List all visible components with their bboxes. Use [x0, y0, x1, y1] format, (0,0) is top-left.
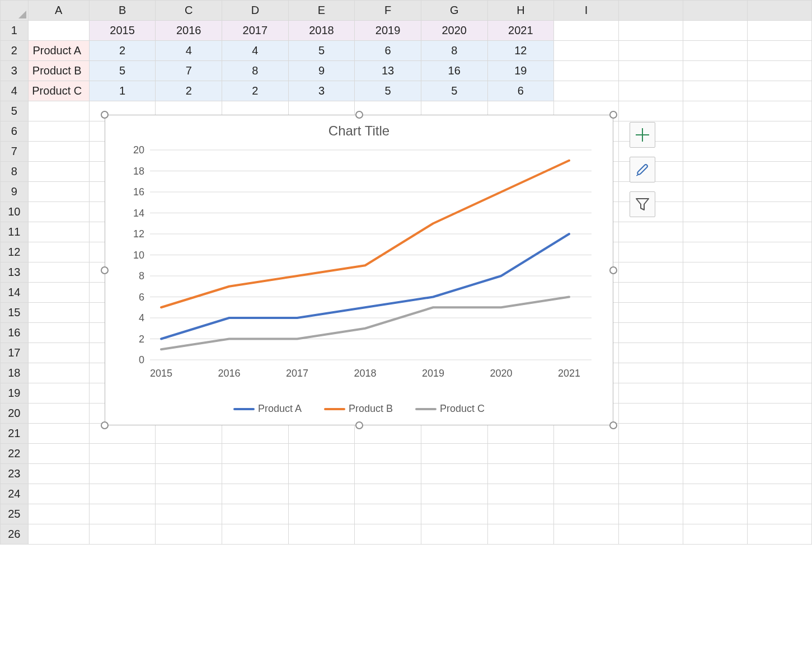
- cell-E1[interactable]: 2018: [288, 21, 355, 41]
- cell-blank[interactable]: [683, 101, 747, 121]
- cell-blank[interactable]: [683, 162, 747, 182]
- column-header-B[interactable]: B: [89, 1, 156, 21]
- cell-A3[interactable]: Product B: [28, 61, 89, 81]
- cell-H26[interactable]: [487, 524, 554, 545]
- column-header-C[interactable]: C: [156, 1, 222, 21]
- cell-blank[interactable]: [618, 404, 683, 424]
- column-header-I[interactable]: I: [554, 1, 619, 21]
- row-header-2[interactable]: 2: [1, 41, 29, 61]
- cell-blank[interactable]: [618, 262, 683, 283]
- row-header-12[interactable]: 12: [1, 242, 29, 262]
- cell-blank[interactable]: [683, 222, 747, 242]
- cell-blank[interactable]: [747, 484, 811, 504]
- cell-blank[interactable]: [683, 142, 747, 162]
- cell-C4[interactable]: 2: [156, 81, 222, 101]
- cell-blank[interactable]: [683, 464, 747, 484]
- cell-blank[interactable]: [747, 283, 811, 303]
- cell-blank[interactable]: [747, 41, 811, 61]
- cell-A13[interactable]: [28, 262, 89, 283]
- cell-blank[interactable]: [747, 424, 811, 444]
- row-header-6[interactable]: 6: [1, 121, 29, 142]
- cell-E24[interactable]: [288, 484, 355, 504]
- cell-blank[interactable]: [618, 424, 683, 444]
- row-header-21[interactable]: 21: [1, 424, 29, 444]
- cell-C24[interactable]: [156, 484, 222, 504]
- cell-blank[interactable]: [683, 323, 747, 343]
- series-line-product-a[interactable]: [161, 234, 569, 339]
- cell-I25[interactable]: [554, 504, 619, 524]
- row-header-18[interactable]: 18: [1, 363, 29, 383]
- select-all-corner[interactable]: [1, 1, 29, 21]
- cell-blank[interactable]: [683, 21, 747, 41]
- cell-blank[interactable]: [683, 303, 747, 323]
- cell-B2[interactable]: 2: [89, 41, 156, 61]
- cell-A14[interactable]: [28, 283, 89, 303]
- cell-blank[interactable]: [747, 444, 811, 464]
- cell-blank[interactable]: [683, 61, 747, 81]
- chart-style-button[interactable]: [630, 157, 655, 182]
- cell-A2[interactable]: Product A: [28, 41, 89, 61]
- column-header-H[interactable]: H: [487, 1, 554, 21]
- resize-handle[interactable]: [609, 111, 617, 119]
- row-header-24[interactable]: 24: [1, 484, 29, 504]
- row-header-7[interactable]: 7: [1, 142, 29, 162]
- cell-A10[interactable]: [28, 202, 89, 222]
- cell-G22[interactable]: [421, 444, 487, 464]
- cell-D26[interactable]: [222, 524, 289, 545]
- cell-F24[interactable]: [355, 484, 421, 504]
- cell-blank[interactable]: [618, 41, 683, 61]
- cell-E21[interactable]: [288, 424, 355, 444]
- cell-blank[interactable]: [683, 444, 747, 464]
- cell-I21[interactable]: [554, 424, 619, 444]
- cell-B26[interactable]: [89, 524, 156, 545]
- row-header-15[interactable]: 15: [1, 303, 29, 323]
- cell-D23[interactable]: [222, 464, 289, 484]
- cell-D24[interactable]: [222, 484, 289, 504]
- row-header-5[interactable]: 5: [1, 101, 29, 121]
- cell-A25[interactable]: [28, 504, 89, 524]
- cell-blank[interactable]: [747, 222, 811, 242]
- cell-F1[interactable]: 2019: [355, 21, 421, 41]
- cell-blank[interactable]: [683, 484, 747, 504]
- cell-blank[interactable]: [747, 404, 811, 424]
- cell-blank[interactable]: [618, 383, 683, 404]
- row-header-20[interactable]: 20: [1, 404, 29, 424]
- row-header-1[interactable]: 1: [1, 21, 29, 41]
- cell-blank[interactable]: [747, 383, 811, 404]
- cell-blank[interactable]: [683, 383, 747, 404]
- cell-C21[interactable]: [156, 424, 222, 444]
- cell-F25[interactable]: [355, 504, 421, 524]
- cell-blank[interactable]: [618, 303, 683, 323]
- cell-blank[interactable]: [618, 222, 683, 242]
- cell-A4[interactable]: Product C: [28, 81, 89, 101]
- cell-B3[interactable]: 5: [89, 61, 156, 81]
- cell-A20[interactable]: [28, 404, 89, 424]
- cell-H2[interactable]: 12: [487, 41, 554, 61]
- resize-handle[interactable]: [355, 111, 363, 119]
- cell-H23[interactable]: [487, 464, 554, 484]
- cell-blank[interactable]: [683, 404, 747, 424]
- cell-blank[interactable]: [618, 61, 683, 81]
- cell-A21[interactable]: [28, 424, 89, 444]
- resize-handle[interactable]: [609, 421, 617, 429]
- cell-C22[interactable]: [156, 444, 222, 464]
- column-header-blank[interactable]: [618, 1, 683, 21]
- cell-blank[interactable]: [618, 444, 683, 464]
- cell-E2[interactable]: 5: [288, 41, 355, 61]
- row-header-10[interactable]: 10: [1, 202, 29, 222]
- cell-D1[interactable]: 2017: [222, 21, 289, 41]
- cell-D2[interactable]: 4: [222, 41, 289, 61]
- cell-G3[interactable]: 16: [421, 61, 487, 81]
- cell-B24[interactable]: [89, 484, 156, 504]
- cell-blank[interactable]: [683, 41, 747, 61]
- cell-B23[interactable]: [89, 464, 156, 484]
- cell-A8[interactable]: [28, 162, 89, 182]
- cell-blank[interactable]: [683, 121, 747, 142]
- cell-C2[interactable]: 4: [156, 41, 222, 61]
- cell-D22[interactable]: [222, 444, 289, 464]
- cell-G23[interactable]: [421, 464, 487, 484]
- cell-A5[interactable]: [28, 101, 89, 121]
- cell-F4[interactable]: 5: [355, 81, 421, 101]
- cell-blank[interactable]: [618, 343, 683, 363]
- cell-blank[interactable]: [683, 202, 747, 222]
